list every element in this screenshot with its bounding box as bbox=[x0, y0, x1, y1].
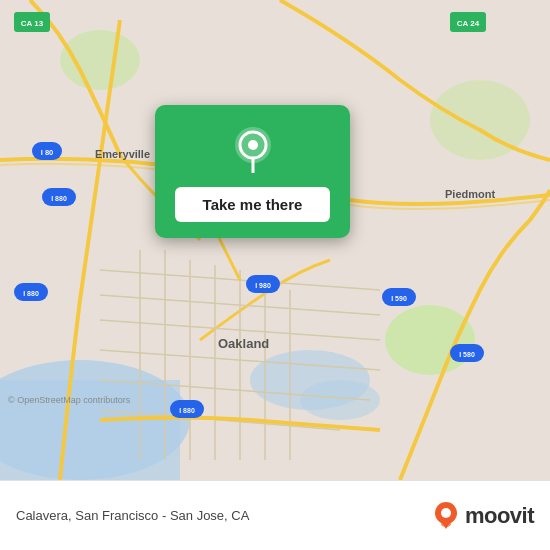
moovit-logo-text: moovit bbox=[465, 503, 534, 529]
svg-text:I 80: I 80 bbox=[41, 148, 54, 157]
svg-point-48 bbox=[441, 508, 451, 518]
svg-text:I 880: I 880 bbox=[51, 195, 67, 202]
moovit-logo: moovit bbox=[431, 501, 534, 531]
svg-text:CA 13: CA 13 bbox=[21, 19, 44, 28]
svg-text:I 880: I 880 bbox=[179, 407, 195, 414]
map-area: Emeryville Piedmont Oakland CA 13 CA 24 … bbox=[0, 0, 550, 480]
popup-card: Take me there bbox=[155, 105, 350, 238]
svg-text:I 880: I 880 bbox=[23, 290, 39, 297]
map-svg: Emeryville Piedmont Oakland CA 13 CA 24 … bbox=[0, 0, 550, 480]
copyright-text: © OpenStreetMap contributors bbox=[8, 395, 130, 405]
bottom-bar: Calavera, San Francisco - San Jose, CA m… bbox=[0, 480, 550, 550]
svg-text:CA 24: CA 24 bbox=[457, 19, 480, 28]
svg-text:Piedmont: Piedmont bbox=[445, 188, 495, 200]
svg-point-44 bbox=[248, 140, 258, 150]
svg-text:I 580: I 580 bbox=[459, 351, 475, 358]
location-label: Calavera, San Francisco - San Jose, CA bbox=[16, 508, 249, 523]
take-me-there-button[interactable]: Take me there bbox=[175, 187, 330, 222]
svg-text:I 590: I 590 bbox=[391, 295, 407, 302]
svg-point-6 bbox=[60, 30, 140, 90]
svg-point-5 bbox=[385, 305, 475, 375]
location-pin-icon bbox=[228, 123, 278, 173]
svg-text:I 980: I 980 bbox=[255, 282, 271, 289]
svg-text:Oakland: Oakland bbox=[218, 336, 269, 351]
moovit-logo-icon bbox=[431, 501, 461, 531]
svg-text:Emeryville: Emeryville bbox=[95, 148, 150, 160]
